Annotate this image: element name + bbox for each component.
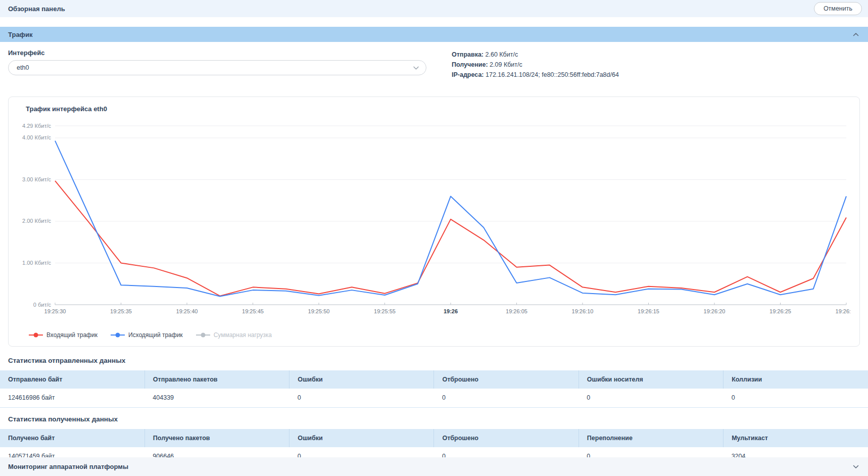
svg-text:3.00 Кбит/с: 3.00 Кбит/с [22, 176, 51, 182]
svg-text:4.00 Кбит/с: 4.00 Кбит/с [22, 134, 51, 140]
legend-label: Исходящий трафик [128, 331, 183, 339]
svg-text:19:26: 19:26 [444, 308, 458, 314]
traffic-section-body: Интерфейс eth0 Отправка: 2.60 Кбит/с Пол… [0, 42, 868, 466]
svg-text:19:25:55: 19:25:55 [374, 308, 396, 314]
legend-item[interactable]: Исходящий трафик [111, 331, 183, 339]
table-cell: 0 [724, 389, 868, 407]
legend-marker-icon [111, 332, 125, 338]
sent-stats-table: Отправлено байтОтправлено пакетовОшибкиО… [0, 370, 868, 408]
sent-stats-heading: Статистика отправленных данных [8, 357, 868, 364]
table-cell: 124616986 байт [0, 389, 144, 407]
traffic-section-title: Трафик [8, 31, 33, 38]
svg-text:19:26:15: 19:26:15 [638, 308, 659, 314]
hardware-section-title: Мониторинг аппаратной платформы [8, 463, 128, 470]
chart-line [55, 141, 846, 297]
svg-text:19:25:45: 19:25:45 [242, 308, 264, 314]
cancel-button[interactable]: Отменить [814, 2, 862, 15]
svg-text:4.29 Кбит/с: 4.29 Кбит/с [22, 123, 51, 129]
table-header-cell: Коллизии [724, 370, 868, 389]
legend-item[interactable]: Входящий трафик [29, 331, 98, 339]
received-stats-heading: Статистика полученных данных [8, 415, 868, 423]
chart-line [55, 181, 846, 296]
page-header: Обзорная панель Отменить [0, 0, 868, 17]
svg-text:19:25:30: 19:25:30 [44, 308, 66, 314]
svg-text:1.00 Кбит/с: 1.00 Кбит/с [22, 260, 51, 266]
interface-label: Интерфейс [8, 49, 426, 57]
table-header-cell: Ошибки [290, 370, 434, 389]
interface-select[interactable]: eth0 [8, 60, 426, 75]
table-header-cell: Получено пакетов [144, 429, 289, 447]
chevron-down-icon[interactable] [853, 465, 859, 469]
hardware-section-header[interactable]: Мониторинг аппаратной платформы [0, 457, 868, 476]
svg-text:19:25:50: 19:25:50 [308, 308, 330, 314]
interface-row: Интерфейс eth0 Отправка: 2.60 Кбит/с Пол… [0, 49, 868, 80]
chevron-up-icon[interactable] [853, 32, 859, 36]
table-header-cell: Отброшено [434, 429, 578, 447]
table-cell: 404339 [144, 389, 289, 407]
table-cell: 0 [434, 389, 578, 407]
legend-label: Суммарная нагрузка [214, 331, 272, 339]
chevron-down-icon [413, 66, 419, 70]
table-header-cell: Отброшено [434, 370, 578, 389]
legend-marker-icon [196, 332, 210, 338]
table-header-cell: Ошибки носителя [578, 370, 723, 389]
svg-text:0 бит/с: 0 бит/с [33, 302, 52, 308]
upload-rate: Отправка: 2.60 Кбит/с [452, 50, 619, 60]
svg-text:19:26:30: 19:26:30 [836, 308, 850, 314]
legend-item[interactable]: Суммарная нагрузка [196, 331, 272, 339]
chart-svg: 0 бит/с1.00 Кбит/с2.00 Кбит/с3.00 Кбит/с… [17, 118, 850, 326]
traffic-stats: Отправка: 2.60 Кбит/с Получение: 2.09 Кб… [452, 49, 619, 80]
table-row: 124616986 байт4043390000 [0, 389, 868, 407]
traffic-section-header[interactable]: Трафик [0, 27, 868, 42]
chart-legend: Входящий трафикИсходящий трафикСуммарная… [29, 330, 851, 340]
svg-text:19:26:25: 19:26:25 [769, 308, 791, 314]
svg-text:2.00 Кбит/с: 2.00 Кбит/с [22, 218, 51, 224]
chart-title: Трафик интерфейса eth0 [26, 105, 851, 113]
table-header-cell: Переполнение [578, 429, 723, 447]
traffic-chart: 0 бит/с1.00 Кбит/с2.00 Кбит/с3.00 Кбит/с… [17, 118, 851, 328]
legend-marker-icon [29, 332, 43, 338]
legend-label: Входящий трафик [46, 331, 98, 339]
table-header-cell: Мультикаст [724, 429, 868, 447]
table-header-cell: Отправлено байт [0, 370, 144, 389]
table-cell: 0 [578, 389, 723, 407]
svg-text:19:25:40: 19:25:40 [176, 308, 198, 314]
svg-text:19:26:05: 19:26:05 [506, 308, 527, 314]
page-title: Обзорная панель [8, 5, 65, 13]
table-header-cell: Получено байт [0, 429, 144, 447]
ip-addresses: IP-адреса: 172.16.241.108/24; fe80::250:… [452, 70, 619, 80]
table-header-cell: Отправлено пакетов [144, 370, 289, 389]
table-header-cell: Ошибки [290, 429, 434, 447]
interface-select-value: eth0 [17, 64, 29, 71]
svg-text:19:25:35: 19:25:35 [110, 308, 132, 314]
traffic-chart-card: Трафик интерфейса eth0 0 бит/с1.00 Кбит/… [8, 97, 860, 347]
download-rate: Получение: 2.09 Кбит/с [452, 60, 619, 70]
svg-text:19:26:10: 19:26:10 [572, 308, 594, 314]
table-cell: 0 [290, 389, 434, 407]
svg-text:19:26:20: 19:26:20 [704, 308, 726, 314]
